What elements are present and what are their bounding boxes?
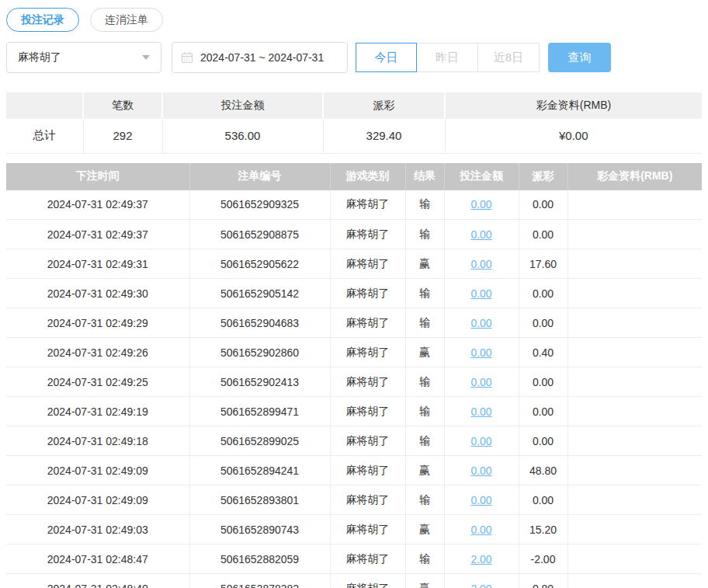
col-header-bet-amount: 投注金额 — [444, 163, 519, 190]
bonus-cell — [567, 456, 702, 485]
payout-cell: 0.00 — [519, 279, 567, 308]
bet-amount-cell: 2.00 — [444, 574, 519, 588]
bet-time-cell: 2024-07-31 02:49:30 — [6, 279, 189, 308]
result-cell: 赢 — [405, 515, 444, 545]
bet-amount-cell: 0.00 — [444, 190, 519, 220]
summary-header-count: 笔数 — [83, 92, 162, 119]
bet-amount-cell: 0.00 — [444, 515, 519, 545]
bet-id-cell: 5061652902413 — [189, 367, 330, 397]
records-table-body: 2024-07-31 02:49:375061652909325麻将胡了输0.0… — [6, 190, 702, 588]
bonus-cell — [567, 190, 702, 220]
summary-header-payout: 派彩 — [323, 92, 445, 119]
bet-amount-cell: 0.00 — [444, 456, 519, 485]
yesterday-button[interactable]: 昨日 — [417, 43, 478, 72]
col-header-bonus: 彩金资料(RMB) — [567, 163, 702, 190]
summary-total-label: 总计 — [6, 119, 83, 153]
bet-time-cell: 2024-07-31 02:48:47 — [6, 545, 189, 574]
bonus-cell — [567, 367, 702, 397]
bet-amount-link[interactable]: 0.00 — [470, 198, 491, 210]
col-header-bet-time: 下注时间 — [6, 163, 189, 190]
bet-time-cell: 2024-07-31 02:49:26 — [6, 338, 189, 367]
game-type-cell: 麻将胡了 — [330, 249, 405, 279]
tab-cancelled-bets[interactable]: 连消注单 — [90, 8, 163, 32]
bet-amount-link[interactable]: 2.00 — [470, 553, 491, 565]
bet-amount-link[interactable]: 0.00 — [470, 346, 491, 359]
bet-time-cell: 2024-07-31 02:48:40 — [6, 574, 189, 588]
bet-amount-link[interactable]: 0.00 — [470, 258, 491, 270]
bet-id-cell: 5061652904683 — [189, 308, 330, 338]
payout-cell: 0.00 — [519, 308, 567, 338]
bet-amount-link[interactable]: 0.00 — [470, 464, 491, 477]
result-cell: 输 — [405, 367, 444, 397]
summary-total-payout: 329.40 — [323, 119, 445, 153]
bet-id-cell: 5061652908875 — [189, 220, 330, 249]
bet-time-cell: 2024-07-31 02:49:25 — [6, 367, 189, 397]
game-type-selected-value: 麻将胡了 — [18, 50, 61, 64]
game-type-cell: 麻将胡了 — [330, 397, 405, 426]
filter-row: 麻将胡了 2024-07-31 ~ 2024-07-31 今日 昨日 近8日 查… — [6, 42, 702, 73]
date-range-picker[interactable]: 2024-07-31 ~ 2024-07-31 — [172, 42, 348, 73]
game-type-select[interactable]: 麻将胡了 — [6, 42, 161, 73]
summary-total-row: 总计 292 536.00 329.40 ¥0.00 — [6, 119, 702, 153]
bet-amount-cell: 0.00 — [444, 249, 519, 279]
bet-amount-cell: 0.00 — [444, 220, 519, 249]
result-cell: 输 — [405, 279, 444, 308]
game-type-cell: 麻将胡了 — [330, 190, 405, 220]
bet-amount-link[interactable]: 0.00 — [470, 405, 491, 418]
bet-id-cell: 5061652894241 — [189, 456, 330, 485]
bet-amount-link[interactable]: 0.00 — [470, 376, 491, 388]
payout-cell: 0.00 — [519, 397, 567, 426]
bet-id-cell: 5061652899025 — [189, 426, 330, 456]
bet-amount-link[interactable]: 0.00 — [470, 524, 491, 536]
bet-amount-link[interactable]: 0.00 — [470, 435, 491, 447]
last-8-days-button[interactable]: 近8日 — [478, 43, 540, 72]
table-row: 2024-07-31 02:49:035061652890743麻将胡了赢0.0… — [6, 515, 702, 545]
payout-cell: 15.20 — [519, 515, 567, 545]
table-row: 2024-07-31 02:49:375061652908875麻将胡了输0.0… — [6, 220, 702, 249]
payout-cell: 48.80 — [519, 456, 567, 485]
bet-amount-link[interactable]: 0.00 — [470, 287, 491, 300]
bet-amount-cell: 0.00 — [444, 397, 519, 426]
bet-id-cell: 5061652909325 — [189, 190, 330, 220]
bet-amount-link[interactable]: 0.00 — [470, 494, 491, 506]
query-button[interactable]: 查询 — [548, 43, 611, 72]
bet-amount-cell: 0.00 — [444, 338, 519, 367]
summary-total-count: 292 — [83, 119, 162, 153]
tab-betting-records[interactable]: 投注记录 — [6, 8, 79, 32]
bet-amount-cell: 0.00 — [444, 308, 519, 338]
bet-amount-link[interactable]: 0.00 — [470, 228, 491, 241]
payout-cell: 0.00 — [519, 220, 567, 249]
bonus-cell — [567, 397, 702, 426]
game-type-cell: 麻将胡了 — [330, 426, 405, 456]
game-type-cell: 麻将胡了 — [330, 456, 405, 485]
result-cell: 输 — [405, 485, 444, 515]
result-cell: 赢 — [405, 574, 444, 588]
payout-cell: 0.00 — [519, 426, 567, 456]
bet-amount-cell: 0.00 — [444, 279, 519, 308]
today-button[interactable]: 今日 — [356, 43, 417, 72]
bonus-cell — [567, 279, 702, 308]
date-range-value: 2024-07-31 ~ 2024-07-31 — [200, 51, 324, 64]
bet-amount-link[interactable]: 0.00 — [470, 317, 491, 329]
game-type-cell: 麻将胡了 — [330, 279, 405, 308]
table-row: 2024-07-31 02:49:185061652899025麻将胡了输0.0… — [6, 426, 702, 456]
bet-amount-link[interactable]: 2.00 — [470, 583, 491, 588]
col-header-bet-id: 注单编号 — [189, 163, 330, 190]
game-type-cell: 麻将胡了 — [330, 574, 405, 588]
bet-id-cell: 5061652902860 — [189, 338, 330, 367]
table-row: 2024-07-31 02:49:095061652893801麻将胡了输0.0… — [6, 485, 702, 515]
records-table: 下注时间 注单编号 游戏类别 结果 投注金额 派彩 彩金资料(RMB) 2024… — [6, 163, 702, 588]
game-type-cell: 麻将胡了 — [330, 220, 405, 249]
bet-amount-cell: 0.00 — [444, 485, 519, 515]
bet-amount-cell: 2.00 — [444, 545, 519, 574]
payout-cell: 0.00 — [519, 485, 567, 515]
bet-id-cell: 5061652893801 — [189, 485, 330, 515]
table-row: 2024-07-31 02:49:095061652894241麻将胡了赢0.0… — [6, 456, 702, 485]
summary-header-bonus: 彩金资料(RMB) — [445, 92, 702, 119]
table-row: 2024-07-31 02:49:255061652902413麻将胡了输0.0… — [6, 367, 702, 397]
bet-time-cell: 2024-07-31 02:49:09 — [6, 485, 189, 515]
table-row: 2024-07-31 02:49:315061652905622麻将胡了赢0.0… — [6, 249, 702, 279]
result-cell: 输 — [405, 397, 444, 426]
table-row: 2024-07-31 02:49:295061652904683麻将胡了输0.0… — [6, 308, 702, 338]
game-type-cell: 麻将胡了 — [330, 545, 405, 574]
